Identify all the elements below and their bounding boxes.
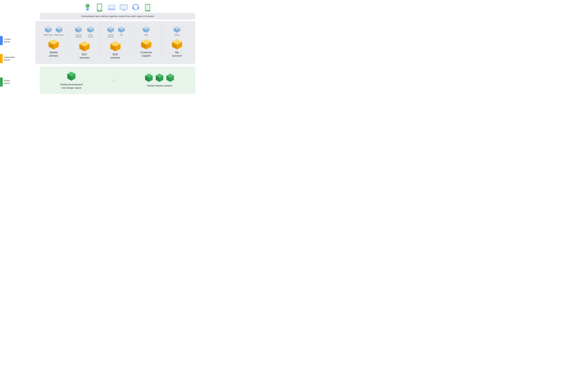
space-mobile-phones: Mobile deals Mobile plans [38,24,69,61]
space-b2c: Internet services Home security [69,24,100,61]
cube-internet-services-b2c-label: Internet services [73,34,84,38]
space-customer-support: FAQs Customersupport [131,24,162,61]
top-illustration: ? [40,3,195,12]
cube-faqs: FAQs [142,26,150,36]
yellow-label-b2d: B2Dservices [110,53,120,59]
svg-rect-7 [109,5,114,8]
hex-group-dev [66,71,77,81]
yellow-label-support: Customersupport [140,51,152,57]
orchestration-text: Orchestration layer stitches together co… [81,15,154,17]
cube-billing-label: Billing [175,34,179,36]
cube-home-security: Home security [85,26,96,38]
blue-cubes-row-support: FAQs [142,26,150,36]
svg-rect-17 [145,5,150,10]
bar-blue [0,36,3,45]
cube-mobile-plans: Mobile plans [54,26,64,36]
yellow-label-mobile-phones: Mobilephones [49,51,58,57]
cube-internet-services-b2d: Internet services [106,26,116,38]
space-my-account: Billing Myaccount [162,24,192,61]
question-person-icon: ? [83,3,92,12]
yellow-section-support: Customersupport [140,38,152,57]
svg-rect-12 [122,10,126,11]
sidebar-text-global: Globalspaces [4,79,10,85]
hex-group-shared [144,73,175,83]
svg-point-65 [144,45,145,47]
svg-rect-15 [137,7,139,9]
laptop-icon [107,3,116,12]
main-content: ? [35,3,195,94]
svg-point-43 [82,47,83,49]
cube-voip-label: VoIP [120,34,123,36]
bottom-label-global-shared: Global shared content [147,84,172,87]
orchestration-box: Orchestration layer stitches together co… [40,13,195,20]
page-container: Contentspaces Independentspaces Globalsp… [0,0,198,135]
svg-point-30 [51,45,52,47]
tablet-icon [143,3,152,12]
sidebar-label-content: Contentspaces [0,36,32,45]
cube-mobile-deals-label: Mobile deals [44,34,53,36]
sidebar-text-content: Contentspaces [4,38,11,43]
svg-rect-14 [133,7,134,9]
spaces-container: Mobile deals Mobile plans [35,21,195,64]
svg-point-5 [99,10,100,11]
bar-green [0,77,3,87]
svg-rect-10 [120,5,127,9]
bar-yellow [0,54,3,63]
sidebar-text-independent: Independentspaces [4,56,15,61]
bottom-item-global-shared: Global shared content [144,73,175,87]
yellow-label-b2c: B2Cservices [79,53,89,59]
headset-icon [131,3,140,12]
cube-faqs-label: FAQs [144,34,148,36]
svg-rect-4 [98,4,102,10]
cube-billing: Billing [173,26,181,36]
mobile-device-icon [95,3,104,12]
cube-mobile-plans-label: Mobile plans [54,34,64,36]
blue-cubes-row-mobile: Mobile deals Mobile plans [44,26,64,36]
sidebar-label-global: Globalspaces [0,77,32,87]
yellow-section-mobile-phones: Mobilephones [48,38,60,57]
svg-text:?: ? [87,5,88,7]
cube-home-security-label: Home security [85,34,96,38]
arrow-right-icon: → [111,78,115,83]
monitor-icon [119,3,128,12]
blue-cubes-row-account: Billing [173,26,181,36]
svg-rect-8 [108,9,115,10]
svg-rect-11 [123,9,125,10]
blue-cubes-row-b2d: Internet services VoIP [106,26,125,38]
cube-internet-services-b2d-label: Internet services [106,34,116,38]
space-b2d: Internet services VoIP [100,24,131,61]
bottom-section: Global developmentand design space → [40,67,195,94]
bottom-item-global-dev: Global developmentand design space [60,71,83,90]
sidebar-label-independent: Independentspaces [0,54,32,63]
yellow-label-account: Myaccount [172,51,182,57]
svg-point-74 [175,45,176,47]
svg-point-56 [113,47,114,49]
cube-internet-services-b2c: Internet services [73,26,84,38]
svg-point-2 [86,8,89,10]
yellow-section-b2c: B2Cservices [78,40,90,59]
cube-voip: VoIP [117,26,125,38]
sidebar-labels: Contentspaces Independentspaces Globalsp… [0,18,32,89]
yellow-section-b2d: B2Dservices [109,40,121,59]
yellow-section-account: Myaccount [171,38,183,57]
cube-mobile-deals: Mobile deals [44,26,53,36]
blue-cubes-row-b2c: Internet services Home security [73,26,96,38]
bottom-label-global-dev: Global developmentand design space [60,83,83,90]
